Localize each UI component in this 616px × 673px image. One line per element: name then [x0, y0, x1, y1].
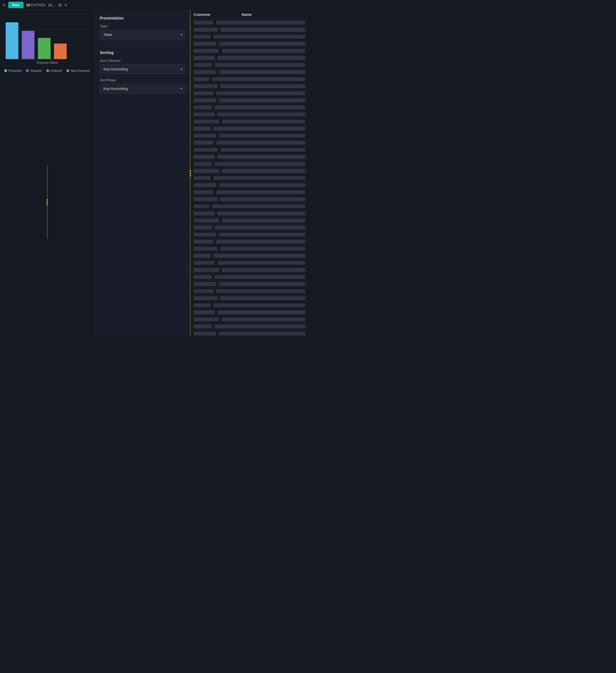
table-row[interactable] — [191, 224, 308, 231]
table-row[interactable] — [191, 274, 308, 281]
legend-label-projected: Projected — [8, 69, 21, 72]
cell-name-skeleton — [220, 148, 305, 152]
table-row[interactable] — [191, 245, 308, 252]
legend-item-shipped: Shipped — [26, 69, 41, 72]
cell-customer-skeleton — [194, 56, 215, 60]
table-row[interactable] — [191, 161, 308, 168]
cell-customer-skeleton — [194, 233, 216, 237]
table-row[interactable] — [191, 288, 308, 295]
resizer-dot-v1 — [190, 171, 191, 172]
sort-rows-select[interactable]: Key Ascending Key Descending Value Ascen… — [100, 84, 185, 93]
left-panel: Shipping Status Projected Shipped Ordere… — [0, 10, 95, 336]
table-row[interactable] — [191, 40, 308, 47]
cell-name-skeleton — [218, 56, 305, 60]
cell-name-skeleton — [219, 331, 305, 335]
table-row[interactable] — [191, 69, 308, 76]
table-row[interactable] — [191, 111, 308, 118]
table-row[interactable] — [191, 168, 308, 175]
cell-customer-skeleton — [194, 21, 213, 25]
table-row[interactable] — [191, 316, 308, 323]
table-row[interactable] — [191, 125, 308, 132]
cell-name-skeleton — [222, 268, 305, 272]
chart-container: Shipping Status — [3, 14, 91, 67]
cell-name-skeleton — [222, 219, 305, 222]
middle-panel-resizer[interactable] — [189, 10, 191, 336]
table-row[interactable] — [191, 252, 308, 259]
table-row[interactable] — [191, 139, 308, 147]
legend-item-new-demand: New Demand — [66, 69, 89, 72]
table-row[interactable] — [191, 231, 308, 238]
cell-name-skeleton — [220, 247, 305, 251]
cell-customer-skeleton — [194, 162, 212, 166]
run-button[interactable]: Run — [8, 2, 23, 8]
table-row[interactable] — [191, 147, 308, 154]
table-body[interactable] — [191, 19, 308, 336]
cell-customer-skeleton — [194, 98, 216, 102]
hamburger-icon[interactable]: ≡ — [64, 3, 67, 7]
table-row[interactable] — [191, 76, 308, 83]
table-row[interactable] — [191, 330, 308, 336]
table-row[interactable] — [191, 309, 308, 316]
table-row[interactable] — [191, 295, 308, 302]
cell-customer-skeleton — [194, 204, 209, 208]
table-row[interactable] — [191, 83, 308, 90]
middle-panel: Presentation Type: Table Chart Pivot Lis… — [95, 10, 191, 336]
table-row[interactable] — [191, 259, 308, 266]
copy-icon[interactable]: ⧉ — [58, 3, 62, 8]
cell-customer-skeleton — [194, 183, 216, 187]
cell-name-skeleton — [218, 155, 305, 159]
type-select[interactable]: Table Chart Pivot List — [100, 30, 185, 39]
table-row[interactable] — [191, 104, 308, 111]
sort-rows-label: Sort Rows: — [100, 78, 185, 82]
cell-name-skeleton — [220, 197, 305, 201]
table-row[interactable] — [191, 302, 308, 309]
bi-label[interactable]: Bl... — [48, 3, 56, 7]
type-label: Type: — [100, 24, 185, 28]
table-row[interactable] — [191, 90, 308, 97]
cell-name-skeleton — [218, 211, 305, 215]
table-row[interactable] — [191, 189, 308, 196]
cell-customer-skeleton — [194, 240, 213, 244]
table-row[interactable] — [191, 26, 308, 33]
table-row[interactable] — [191, 196, 308, 203]
table-row[interactable] — [191, 175, 308, 182]
resizer-dot — [47, 202, 48, 203]
cell-name-skeleton — [218, 310, 305, 314]
cell-customer-skeleton — [194, 35, 211, 39]
sort-columns-select[interactable]: Key Ascending Key Descending Value Ascen… — [100, 64, 185, 74]
legend-item-projected: Projected — [4, 69, 21, 72]
table-row[interactable] — [191, 97, 308, 104]
cell-name-skeleton — [216, 289, 305, 293]
cell-customer-skeleton — [194, 70, 216, 74]
table-row[interactable] — [191, 182, 308, 189]
bars-wrapper — [6, 14, 67, 60]
cell-name-skeleton — [213, 127, 305, 131]
cell-name-skeleton — [222, 169, 305, 173]
table-row[interactable] — [191, 323, 308, 330]
table-row[interactable] — [191, 33, 308, 40]
table-row[interactable] — [191, 281, 308, 288]
cell-customer-skeleton — [194, 28, 218, 32]
cell-name-skeleton — [216, 240, 305, 244]
menu-icon[interactable]: ≡ — [3, 3, 5, 8]
cell-name-skeleton — [215, 226, 305, 230]
cell-name-skeleton — [213, 254, 305, 258]
cell-customer-skeleton — [194, 42, 216, 46]
table-row[interactable] — [191, 210, 308, 217]
table-row[interactable] — [191, 154, 308, 161]
table-row[interactable] — [191, 203, 308, 210]
table-row[interactable] — [191, 62, 308, 69]
table-row[interactable] — [191, 132, 308, 139]
left-panel-resizer[interactable] — [47, 199, 48, 205]
cell-customer-skeleton — [194, 169, 219, 173]
cell-name-skeleton — [222, 317, 305, 321]
cell-name-skeleton — [216, 141, 305, 145]
table-row[interactable] — [191, 54, 308, 62]
cell-name-skeleton — [219, 70, 305, 74]
table-row[interactable] — [191, 217, 308, 224]
table-row[interactable] — [191, 19, 308, 26]
table-row[interactable] — [191, 238, 308, 245]
table-row[interactable] — [191, 47, 308, 54]
table-row[interactable] — [191, 266, 308, 274]
table-row[interactable] — [191, 118, 308, 125]
